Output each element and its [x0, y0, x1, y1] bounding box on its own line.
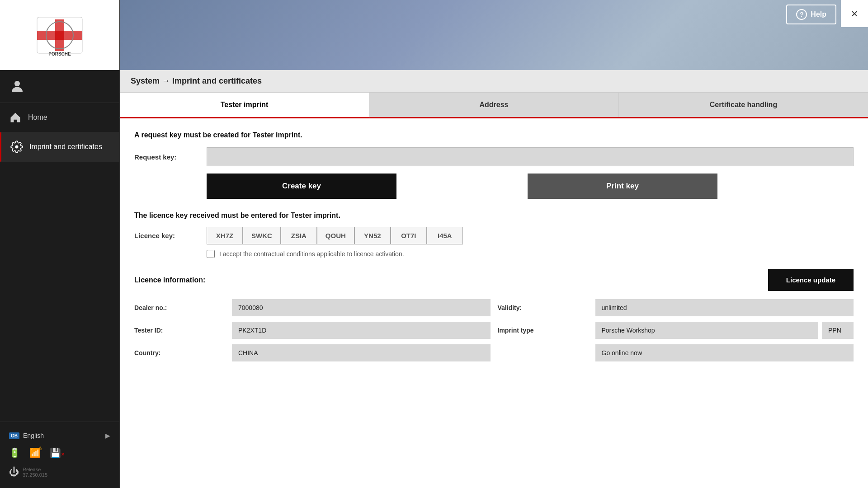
help-label: Help	[811, 10, 826, 19]
sidebar-item-imprint[interactable]: Imprint and certificates	[0, 132, 119, 162]
sidebar-logo: PORSCHE	[0, 0, 119, 70]
help-button[interactable]: ? Help	[786, 5, 836, 24]
licence-update-button[interactable]: Licence update	[768, 269, 854, 291]
licence-info-grid: Dealer no.: 7000080 Validity: unlimited …	[134, 299, 854, 361]
porsche-logo-svg: PORSCHE	[33, 13, 87, 58]
release-version: Release 37.250.015	[23, 467, 47, 478]
home-icon	[9, 111, 22, 124]
language-selector[interactable]: GB English ▶	[9, 428, 110, 443]
imprint-type-value: Porsche Workshop	[595, 322, 819, 339]
request-key-notice: A request key must be created for Tester…	[134, 131, 854, 139]
tester-id-label: Tester ID:	[134, 327, 225, 334]
sidebar-item-home-label: Home	[28, 113, 47, 122]
licence-key-notice: The licence key received must be entered…	[134, 211, 854, 220]
sidebar: PORSCHE Home Imprint and certificates GB…	[0, 0, 120, 488]
key-segment-3[interactable]: QOUH	[317, 227, 354, 244]
help-circle-icon: ?	[796, 9, 807, 20]
header-bar: ? Help ×	[120, 0, 868, 70]
imprint-type-label: Imprint type	[498, 327, 588, 334]
licence-key-segments: XH7Z SWKC ZSIA QOUH YN52 OT7I I45A	[207, 227, 463, 244]
country-value: CHINA	[232, 344, 491, 361]
breadcrumb: System → Imprint and certificates	[120, 70, 868, 93]
status-icons-row: 🔋 📶 ⚠ 💾✕	[9, 443, 110, 463]
accept-checkbox-label: I accept the contractual conditions appl…	[219, 250, 404, 258]
request-key-row: Request key:	[134, 147, 854, 166]
tabs-bar: Tester imprint Address Certificate handl…	[120, 93, 868, 118]
validity-value: unlimited	[595, 299, 854, 316]
tab-certificate-handling[interactable]: Certificate handling	[619, 93, 868, 117]
dealer-no-label: Dealer no.:	[134, 304, 225, 311]
validity-label: Validity:	[498, 304, 588, 311]
sidebar-footer: GB English ▶ 🔋 📶 ⚠ 💾✕ ⏻ Release 37.250.0…	[0, 422, 119, 488]
key-segment-2[interactable]: ZSIA	[281, 227, 317, 244]
accept-checkbox-row: I accept the contractual conditions appl…	[207, 250, 854, 258]
battery-icon: 🔋	[9, 447, 20, 458]
licence-info-header: Licence information: Licence update	[134, 269, 854, 291]
print-key-button[interactable]: Print key	[528, 174, 717, 199]
create-key-button[interactable]: Create key	[207, 174, 396, 199]
request-key-input	[207, 147, 854, 166]
accept-checkbox[interactable]	[207, 250, 215, 258]
licence-key-row: Licence key: XH7Z SWKC ZSIA QOUH YN52 OT…	[134, 227, 854, 244]
tab-tester-imprint[interactable]: Tester imprint	[120, 93, 369, 118]
go-online-button[interactable]: Go online now	[595, 344, 854, 361]
imprint-type-row: Porsche Workshop PPN	[595, 322, 854, 339]
key-segment-4[interactable]: YN52	[354, 227, 391, 244]
sidebar-user	[0, 70, 119, 103]
key-segment-5[interactable]: OT7I	[391, 227, 427, 244]
tab-address[interactable]: Address	[369, 93, 619, 117]
wifi-warning-icon: ⚠	[38, 446, 42, 451]
user-icon	[9, 78, 25, 94]
sidebar-item-home[interactable]: Home	[0, 103, 119, 132]
chevron-right-icon: ▶	[105, 432, 110, 439]
key-buttons-row: Create key Print key	[207, 174, 854, 199]
lang-flag: GB	[9, 432, 19, 439]
imprint-type-ppn: PPN	[822, 322, 854, 339]
key-segment-6[interactable]: I45A	[427, 227, 463, 244]
licence-key-label: Licence key:	[134, 232, 207, 239]
key-segment-1[interactable]: SWKC	[243, 227, 281, 244]
close-button[interactable]: ×	[841, 0, 868, 27]
language-label: English	[23, 432, 44, 439]
key-segment-0[interactable]: XH7Z	[207, 227, 243, 244]
country-label: Country:	[134, 349, 225, 357]
content-panel: System → Imprint and certificates Tester…	[120, 70, 868, 488]
close-icon: ×	[851, 7, 858, 21]
sidebar-item-imprint-label: Imprint and certificates	[29, 143, 102, 151]
tester-id-value: PK2XT1D	[232, 322, 491, 339]
power-button[interactable]: ⏻	[9, 466, 19, 478]
power-row: ⏻ Release 37.250.015	[9, 463, 110, 482]
dealer-no-value: 7000080	[232, 299, 491, 316]
sidebar-navigation: Home Imprint and certificates	[0, 103, 119, 422]
licence-info-title: Licence information:	[134, 276, 768, 284]
gear-icon	[10, 141, 23, 153]
main-content: ? Help × System → Imprint and certificat…	[120, 0, 868, 488]
svg-point-5	[14, 81, 20, 86]
svg-point-6	[15, 145, 19, 149]
usb-icon: 💾✕	[50, 447, 65, 458]
request-key-label: Request key:	[134, 153, 207, 161]
wifi-icon: 📶 ⚠	[29, 447, 41, 458]
svg-text:PORSCHE: PORSCHE	[48, 52, 71, 56]
content-body: A request key must be created for Tester…	[120, 118, 868, 488]
svg-rect-2	[37, 31, 82, 40]
